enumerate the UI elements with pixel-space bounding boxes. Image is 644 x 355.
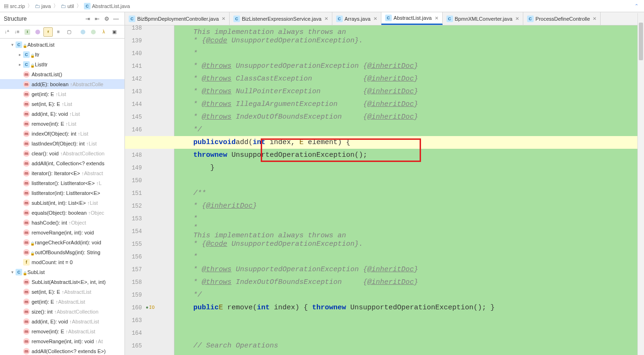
code-line[interactable]: * <box>174 47 644 60</box>
code-line[interactable]: * @throws UnsupportedOperationException … <box>174 60 644 73</box>
code-line[interactable]: * @throws NullPointerException {@inherit… <box>174 85 644 98</box>
close-icon[interactable]: ✕ <box>593 16 596 21</box>
show-anon-icon[interactable] <box>89 27 98 37</box>
code-line[interactable]: */ <box>174 289 644 301</box>
tree-row[interactable]: mequals(Object): boolean↑Objec <box>0 208 124 218</box>
tree-row[interactable]: miterator(): Iterator<E>↑Abstract <box>0 168 124 178</box>
code-line[interactable]: * This implementation always throws an <box>174 25 644 34</box>
code-line[interactable]: * @throws UnsupportedOperationException … <box>174 263 644 276</box>
line-number[interactable]: 139 <box>125 38 146 44</box>
line-number[interactable]: 143 <box>125 89 146 95</box>
code-line[interactable] <box>174 327 644 339</box>
close-icon[interactable]: ✕ <box>324 16 328 21</box>
line-number[interactable]: 144 <box>125 101 146 108</box>
line-number[interactable]: 145 <box>125 114 146 121</box>
tab[interactable]: CProcessDefineControlle✕ <box>523 12 601 25</box>
code-content[interactable]: * This implementation always throws an *… <box>174 25 644 355</box>
tree-row[interactable]: ▾C🔒AbstractList <box>0 40 124 49</box>
tree-row[interactable]: madd(int, E): void↑AbstractList <box>0 316 124 326</box>
code-line[interactable]: } <box>174 161 644 174</box>
tree-row[interactable]: mlistIterator(int): ListIterator<E> <box>0 188 124 198</box>
scrollbar-thumb[interactable] <box>639 23 643 60</box>
tree-row[interactable]: msize(): int↑AbstractCollection <box>0 307 124 316</box>
close-icon[interactable]: ✕ <box>222 16 225 21</box>
settings-icon[interactable]: ⚙ <box>102 14 111 24</box>
tree-row[interactable]: mAbstractList() <box>0 69 124 79</box>
line-number[interactable]: 160 <box>125 305 146 311</box>
line-number[interactable]: 156 <box>125 254 146 260</box>
line-number[interactable]: 158 <box>125 279 146 286</box>
line-number[interactable]: 154 <box>125 228 146 235</box>
line-number[interactable]: 142 <box>125 76 146 82</box>
code-line[interactable]: * {@inheritDoc} <box>174 200 644 212</box>
crumb-seg[interactable]: src.zip <box>10 3 25 9</box>
breadcrumb[interactable]: ▤ src.zip 〉 🗀 java 〉 🗀 util 〉 C Abstract… <box>4 2 130 9</box>
code-line[interactable]: * @throws IndexOutOfBoundsException {@in… <box>174 111 644 123</box>
tree-row[interactable]: maddAll(Collection<? extends E>) <box>0 346 124 355</box>
toolbar-btn[interactable]: ▣ <box>109 27 119 37</box>
code-line[interactable]: * This implementation always throws an <box>174 225 644 238</box>
navigate-icon[interactable]: ⌃ <box>635 3 638 8</box>
line-number[interactable]: 151 <box>125 190 146 197</box>
line-number[interactable]: 150 <box>125 178 146 184</box>
gutter-marks[interactable]: ●IO <box>146 305 174 310</box>
tree-row[interactable]: maddAll(int, Collection<? extends <box>0 158 124 168</box>
tree-row[interactable]: mremove(int): E↑AbstractList <box>0 326 124 336</box>
line-number[interactable]: 146 <box>125 127 146 133</box>
line-number[interactable]: 140 <box>125 50 146 57</box>
code-line[interactable]: public E remove(int index) { throw new U… <box>174 301 644 314</box>
toolbar-btn[interactable]: ≡ <box>54 27 63 37</box>
tree-row[interactable]: ▸C🔒ListItr <box>0 59 124 69</box>
tab[interactable]: CAbstractList.java✕ <box>381 12 443 25</box>
tree-row[interactable]: mremove(int): E↑List <box>0 119 124 129</box>
code-line[interactable]: * @throws IndexOutOfBoundsException {@in… <box>174 276 644 289</box>
tree-row[interactable]: mset(int, E): E↑AbstractList <box>0 287 124 297</box>
tab[interactable]: CArrays.java✕ <box>332 12 381 25</box>
show-properties-icon[interactable] <box>33 27 42 37</box>
tab[interactable]: CBizListenerExpressionService.java✕ <box>230 12 332 25</box>
line-number[interactable]: 149 <box>125 165 146 171</box>
tree-row[interactable]: mget(int): E↑AbstractList <box>0 297 124 307</box>
collapse-icon[interactable]: ⇥ <box>83 14 92 24</box>
line-number[interactable]: 157 <box>125 266 146 273</box>
show-fields-icon[interactable]: f <box>43 27 53 37</box>
line-number[interactable]: 141 <box>125 63 146 70</box>
code-line[interactable]: 💡 public void add(int index, E element) … <box>125 136 644 149</box>
expand-icon[interactable]: ⇤ <box>92 14 102 24</box>
tree-row[interactable]: ▸C🔒Itr <box>0 49 124 59</box>
show-inherited-icon[interactable]: I <box>23 27 32 37</box>
code-line[interactable] <box>174 174 644 187</box>
tree-row[interactable]: mremoveRange(int, int): void↑At <box>0 336 124 346</box>
tree-row[interactable]: mhashCode(): int↑Object <box>0 218 124 227</box>
line-number[interactable]: 148 <box>125 152 146 159</box>
close-icon[interactable]: ✕ <box>515 16 519 21</box>
code-line[interactable] <box>174 314 644 327</box>
tab[interactable]: CBizBpmnDeploymentController.java✕ <box>125 12 230 25</box>
line-number[interactable]: 163 <box>125 317 146 324</box>
crumb-seg[interactable]: java <box>41 3 51 9</box>
show-class-icon[interactable] <box>78 27 88 37</box>
tree-row[interactable]: mlastIndexOf(Object): int↑List <box>0 138 124 148</box>
tree-row[interactable]: mset(int, E): E↑List <box>0 99 124 109</box>
code-line[interactable]: * <box>174 250 644 263</box>
code-line[interactable]: * @throws IllegalArgumentException {@inh… <box>174 98 644 111</box>
code-line[interactable]: /** <box>174 187 644 200</box>
tree-row[interactable]: mget(int): E↑List <box>0 89 124 99</box>
tree-row[interactable]: mclear(): void↑AbstractCollection <box>0 148 124 158</box>
line-number[interactable]: 152 <box>125 203 146 210</box>
sort-vis-icon[interactable]: ↓≡ <box>12 27 22 37</box>
code-line[interactable]: // Search Operations <box>174 339 644 352</box>
code-line[interactable]: */ <box>174 123 644 136</box>
sort-alpha-icon[interactable]: ↓ᴬ <box>2 27 11 37</box>
tree-row[interactable]: mlistIterator(): ListIterator<E>↑L <box>0 178 124 188</box>
gutter[interactable]: 138139140141142143144145146147●IO●↓14814… <box>125 25 174 355</box>
line-number[interactable]: 155 <box>125 241 146 248</box>
tree-row[interactable]: madd(E): boolean↑AbstractColle <box>0 79 124 89</box>
tree-row[interactable]: madd(int, E): void↑List <box>0 109 124 119</box>
code-line[interactable]: * {@code UnsupportedOperationException}. <box>174 34 644 47</box>
toolbar-btn[interactable]: ▢ <box>64 27 74 37</box>
tree-row[interactable]: ▾C🔒SubList <box>0 267 124 277</box>
tree-row[interactable]: msubList(int, int): List<E>↑List <box>0 198 124 208</box>
line-number[interactable]: 138 <box>125 25 146 32</box>
crumb-seg[interactable]: AbstractList.java <box>92 3 130 9</box>
